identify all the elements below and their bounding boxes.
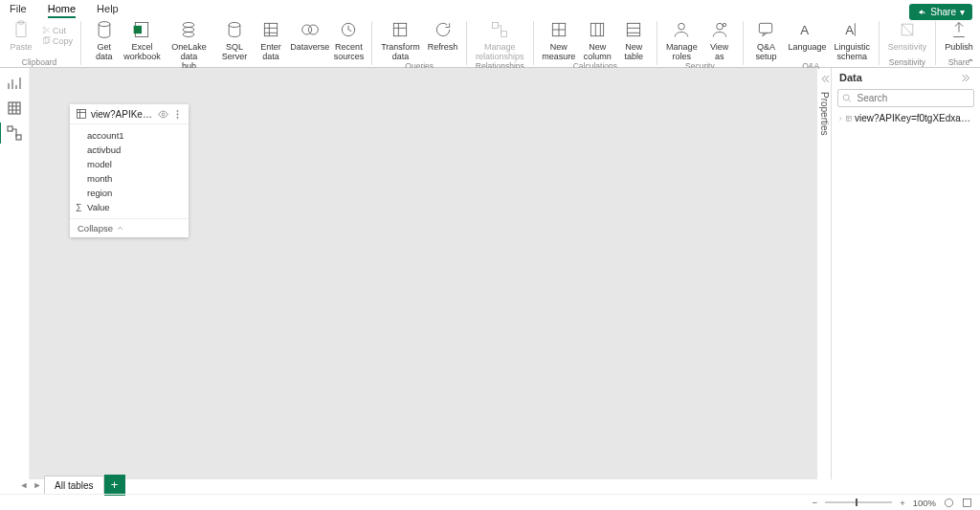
svg-point-40 [945,499,952,506]
copy-button: Copy [42,36,73,46]
model-view-button[interactable] [7,125,22,141]
sensitivity-icon [897,19,918,40]
copy-icon [42,36,51,45]
svg-rect-13 [264,23,277,35]
tab-nav-prev[interactable]: ◄ [17,480,31,490]
enter-data-button[interactable]: Enterdata [254,19,288,71]
fullscreen-icon[interactable] [962,498,972,508]
more-options-icon[interactable] [172,109,183,120]
svg-rect-19 [501,32,507,37]
data-pane-title: Data [839,72,862,83]
field-item[interactable]: account1 [70,128,189,143]
svg-rect-26 [760,23,772,33]
new-column-button[interactable]: Newcolumn [580,19,614,61]
onelake-hub-button[interactable]: OneLake datahub [163,19,215,71]
manage-roles-button[interactable]: Manageroles [663,19,701,61]
report-view-button[interactable] [7,76,22,91]
sqlserver-icon [224,19,245,40]
qa-setup-button[interactable]: Q&Asetup [748,19,783,61]
excel-icon [131,19,152,40]
svg-point-37 [177,117,178,118]
svg-rect-21 [591,23,604,35]
svg-point-15 [308,25,318,34]
tab-home[interactable]: Home [48,3,76,17]
linguistic-schema-button[interactable]: ALinguisticschema [831,19,873,61]
field-item[interactable]: model [70,157,189,171]
relationships-icon [489,19,510,40]
svg-point-25 [723,23,725,26]
tab-file[interactable]: File [10,3,27,17]
field-item[interactable]: activbud [70,143,189,157]
add-tab-button[interactable]: + [104,475,125,496]
svg-rect-32 [16,135,21,140]
onelake-icon [178,19,199,40]
collapse-ribbon-button[interactable]: ⌃ [967,57,974,68]
linguistic-icon: A [841,19,862,40]
transform-data-button[interactable]: Transformdata [378,19,423,61]
clipboard-icon [11,19,32,40]
chevron-down-icon: ▾ [960,7,965,17]
properties-label[interactable]: Properties [818,86,831,142]
svg-point-34 [162,113,165,116]
visibility-icon[interactable] [158,109,168,120]
search-box[interactable] [837,89,974,107]
new-table-button[interactable]: Newtable [616,19,651,61]
svg-point-36 [177,113,178,114]
share-button[interactable]: Share ▾ [909,4,972,20]
refresh-button[interactable]: Refresh [425,19,461,61]
data-tree-table[interactable]: view?APIKey=f0tgXEdxaEV%2FSF5Ff25eTn... [837,113,974,123]
cut-button: Cut [42,26,73,35]
get-data-button[interactable]: Getdata [87,19,122,71]
field-measure[interactable]: Value [70,200,189,214]
share-icon [917,8,926,17]
footer-tab[interactable]: All tables [44,476,104,495]
tab-help[interactable]: Help [97,3,119,17]
table-icon [623,19,644,40]
zoom-in-button[interactable]: + [900,498,905,508]
fit-to-page-icon[interactable] [944,498,954,508]
svg-point-38 [843,95,849,100]
svg-rect-0 [16,23,26,37]
svg-rect-17 [394,23,407,35]
svg-point-35 [177,110,178,111]
expand-icon[interactable] [962,73,972,83]
manage-relationships-button: Managerelationships [473,19,527,61]
language-icon: A [796,19,817,40]
view-as-icon [709,19,730,40]
zoom-out-button[interactable]: − [813,498,818,508]
language-button[interactable]: ALanguage [785,19,829,61]
collapse-panel-icon[interactable] [818,74,829,84]
new-measure-button[interactable]: Newmeasure [539,19,578,61]
column-icon [587,19,608,40]
publish-button[interactable]: Publish [942,19,976,52]
collapse-button[interactable]: Collapse [70,218,189,237]
view-as-button[interactable]: Viewas [702,19,737,61]
recent-sources-button[interactable]: Recentsources [331,19,366,71]
dataverse-button[interactable]: Dataverse [290,19,329,71]
measure-icon [548,19,569,40]
svg-point-24 [716,23,723,30]
zoom-slider[interactable] [825,501,892,503]
field-item[interactable]: month [70,171,189,186]
search-input[interactable] [856,92,969,104]
table-icon [846,114,852,123]
svg-point-10 [184,28,195,33]
sql-server-button[interactable]: SQLServer [217,19,252,71]
data-tree-label: view?APIKey=f0tgXEdxaEV%2FSF5Ff25eTn... [855,113,974,123]
tab-nav-next[interactable]: ► [31,480,44,490]
refresh-icon [433,19,454,40]
svg-point-3 [43,27,45,29]
svg-rect-31 [8,126,12,131]
database-icon [94,19,115,40]
excel-workbook-button[interactable]: Excelworkbook [123,19,161,71]
search-icon [842,93,852,103]
svg-point-23 [679,23,685,30]
data-view-button[interactable] [7,100,22,116]
table-card[interactable]: view?APIKey=f0tgXE... account1 activbud … [70,104,189,237]
svg-rect-22 [628,23,640,35]
svg-rect-30 [9,102,20,114]
model-canvas[interactable]: view?APIKey=f0tgXE... account1 activbud … [30,68,817,479]
table-icon [76,108,87,120]
field-item[interactable]: region [70,186,189,200]
chevron-right-icon [837,114,843,123]
